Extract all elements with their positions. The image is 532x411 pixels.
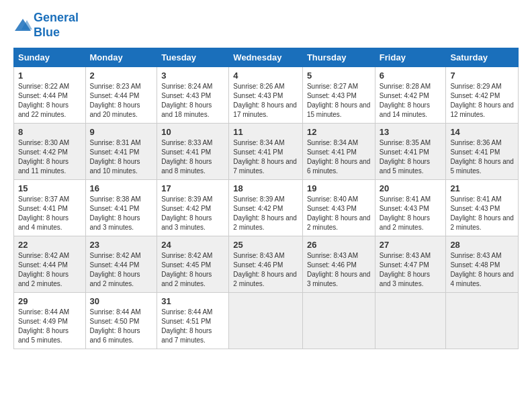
day-number: 31 xyxy=(161,296,224,306)
day-info: Sunrise: 8:27 AM Sunset: 4:43 PM Dayligh… xyxy=(307,82,371,120)
calendar-cell: 20 Sunrise: 8:41 AM Sunset: 4:43 PM Dayl… xyxy=(375,180,446,236)
day-number: 26 xyxy=(307,240,371,250)
day-info: Sunrise: 8:34 AM Sunset: 4:41 PM Dayligh… xyxy=(233,138,298,176)
calendar-cell: 31 Sunrise: 8:44 AM Sunset: 4:51 PM Dayl… xyxy=(157,293,229,349)
column-header-sunday: Sunday xyxy=(14,48,86,67)
day-number: 27 xyxy=(380,240,442,250)
day-number: 20 xyxy=(380,183,442,193)
day-info: Sunrise: 8:41 AM Sunset: 4:43 PM Dayligh… xyxy=(380,195,442,232)
day-number: 10 xyxy=(161,127,224,137)
day-info: Sunrise: 8:40 AM Sunset: 4:43 PM Dayligh… xyxy=(307,195,371,232)
calendar-cell: 9 Sunrise: 8:31 AM Sunset: 4:41 PM Dayli… xyxy=(85,124,157,180)
column-header-wednesday: Wednesday xyxy=(229,48,303,67)
day-number: 3 xyxy=(161,71,224,81)
column-header-saturday: Saturday xyxy=(446,48,519,67)
day-number: 7 xyxy=(450,71,514,81)
calendar-cell: 24 Sunrise: 8:42 AM Sunset: 4:45 PM Dayl… xyxy=(157,236,229,293)
day-number: 8 xyxy=(18,127,81,137)
day-info: Sunrise: 8:44 AM Sunset: 4:49 PM Dayligh… xyxy=(18,308,81,345)
calendar-cell: 12 Sunrise: 8:34 AM Sunset: 4:41 PM Dayl… xyxy=(302,124,375,180)
page-header: General Blue xyxy=(13,11,519,40)
calendar-cell: 17 Sunrise: 8:39 AM Sunset: 4:42 PM Dayl… xyxy=(157,180,229,236)
calendar-week-3: 15 Sunrise: 8:37 AM Sunset: 4:41 PM Dayl… xyxy=(14,180,519,236)
calendar-week-1: 1 Sunrise: 8:22 AM Sunset: 4:44 PM Dayli… xyxy=(14,67,519,124)
calendar-cell: 3 Sunrise: 8:24 AM Sunset: 4:43 PM Dayli… xyxy=(157,67,229,124)
column-header-thursday: Thursday xyxy=(302,48,375,67)
day-info: Sunrise: 8:31 AM Sunset: 4:41 PM Dayligh… xyxy=(90,138,153,176)
day-number: 1 xyxy=(18,71,81,81)
day-info: Sunrise: 8:24 AM Sunset: 4:43 PM Dayligh… xyxy=(161,82,224,120)
column-header-monday: Monday xyxy=(85,48,157,67)
day-info: Sunrise: 8:39 AM Sunset: 4:42 PM Dayligh… xyxy=(161,195,224,232)
calendar-week-2: 8 Sunrise: 8:30 AM Sunset: 4:42 PM Dayli… xyxy=(14,124,519,180)
calendar-cell: 2 Sunrise: 8:23 AM Sunset: 4:44 PM Dayli… xyxy=(85,67,157,124)
calendar-cell: 19 Sunrise: 8:40 AM Sunset: 4:43 PM Dayl… xyxy=(302,180,375,236)
calendar-table: SundayMondayTuesdayWednesdayThursdayFrid… xyxy=(13,48,519,349)
calendar-cell: 18 Sunrise: 8:39 AM Sunset: 4:42 PM Dayl… xyxy=(229,180,303,236)
day-number: 23 xyxy=(90,240,153,250)
day-number: 15 xyxy=(18,183,81,193)
day-info: Sunrise: 8:43 AM Sunset: 4:47 PM Dayligh… xyxy=(380,251,442,289)
day-info: Sunrise: 8:36 AM Sunset: 4:41 PM Dayligh… xyxy=(450,138,514,176)
day-number: 30 xyxy=(90,296,153,306)
calendar-cell: 11 Sunrise: 8:34 AM Sunset: 4:41 PM Dayl… xyxy=(229,124,303,180)
day-info: Sunrise: 8:30 AM Sunset: 4:42 PM Dayligh… xyxy=(18,138,81,176)
day-info: Sunrise: 8:44 AM Sunset: 4:50 PM Dayligh… xyxy=(90,308,153,345)
column-header-friday: Friday xyxy=(375,48,446,67)
day-number: 12 xyxy=(307,127,371,137)
calendar-cell: 25 Sunrise: 8:43 AM Sunset: 4:46 PM Dayl… xyxy=(229,236,303,293)
day-info: Sunrise: 8:42 AM Sunset: 4:45 PM Dayligh… xyxy=(161,251,224,289)
day-info: Sunrise: 8:28 AM Sunset: 4:42 PM Dayligh… xyxy=(380,82,442,120)
day-number: 22 xyxy=(18,240,81,250)
day-number: 16 xyxy=(90,183,153,193)
calendar-cell: 23 Sunrise: 8:42 AM Sunset: 4:44 PM Dayl… xyxy=(85,236,157,293)
calendar-cell: 4 Sunrise: 8:26 AM Sunset: 4:43 PM Dayli… xyxy=(229,67,303,124)
day-info: Sunrise: 8:42 AM Sunset: 4:44 PM Dayligh… xyxy=(18,251,81,289)
day-info: Sunrise: 8:39 AM Sunset: 4:42 PM Dayligh… xyxy=(233,195,298,232)
day-info: Sunrise: 8:43 AM Sunset: 4:46 PM Dayligh… xyxy=(307,251,371,289)
calendar-cell: 22 Sunrise: 8:42 AM Sunset: 4:44 PM Dayl… xyxy=(14,236,86,293)
logo: General Blue xyxy=(13,11,79,40)
day-info: Sunrise: 8:22 AM Sunset: 4:44 PM Dayligh… xyxy=(18,82,81,120)
day-number: 2 xyxy=(90,71,153,81)
day-info: Sunrise: 8:43 AM Sunset: 4:48 PM Dayligh… xyxy=(450,251,514,289)
calendar-cell xyxy=(375,293,446,349)
day-info: Sunrise: 8:26 AM Sunset: 4:43 PM Dayligh… xyxy=(233,82,298,120)
day-info: Sunrise: 8:33 AM Sunset: 4:41 PM Dayligh… xyxy=(161,138,224,176)
calendar-cell: 27 Sunrise: 8:43 AM Sunset: 4:47 PM Dayl… xyxy=(375,236,446,293)
logo-icon xyxy=(13,17,32,34)
calendar-cell: 5 Sunrise: 8:27 AM Sunset: 4:43 PM Dayli… xyxy=(302,67,375,124)
day-number: 13 xyxy=(380,127,442,137)
calendar-cell: 6 Sunrise: 8:28 AM Sunset: 4:42 PM Dayli… xyxy=(375,67,446,124)
calendar-cell: 21 Sunrise: 8:41 AM Sunset: 4:43 PM Dayl… xyxy=(446,180,519,236)
calendar-cell: 28 Sunrise: 8:43 AM Sunset: 4:48 PM Dayl… xyxy=(446,236,519,293)
day-number: 29 xyxy=(18,296,81,306)
day-number: 5 xyxy=(307,71,371,81)
day-number: 25 xyxy=(233,240,298,250)
day-number: 18 xyxy=(233,183,298,193)
calendar-cell: 15 Sunrise: 8:37 AM Sunset: 4:41 PM Dayl… xyxy=(14,180,86,236)
day-number: 14 xyxy=(450,127,514,137)
day-number: 19 xyxy=(307,183,371,193)
calendar-cell xyxy=(229,293,303,349)
calendar-week-4: 22 Sunrise: 8:42 AM Sunset: 4:44 PM Dayl… xyxy=(14,236,519,293)
calendar-cell: 14 Sunrise: 8:36 AM Sunset: 4:41 PM Dayl… xyxy=(446,124,519,180)
day-number: 28 xyxy=(450,240,514,250)
calendar-cell: 13 Sunrise: 8:35 AM Sunset: 4:41 PM Dayl… xyxy=(375,124,446,180)
day-info: Sunrise: 8:34 AM Sunset: 4:41 PM Dayligh… xyxy=(307,138,371,176)
calendar-header-row: SundayMondayTuesdayWednesdayThursdayFrid… xyxy=(14,48,519,67)
day-number: 9 xyxy=(90,127,153,137)
day-info: Sunrise: 8:41 AM Sunset: 4:43 PM Dayligh… xyxy=(450,195,514,232)
logo-text: General Blue xyxy=(34,11,79,40)
calendar-cell: 26 Sunrise: 8:43 AM Sunset: 4:46 PM Dayl… xyxy=(302,236,375,293)
day-number: 24 xyxy=(161,240,224,250)
calendar-cell: 7 Sunrise: 8:29 AM Sunset: 4:42 PM Dayli… xyxy=(446,67,519,124)
day-info: Sunrise: 8:42 AM Sunset: 4:44 PM Dayligh… xyxy=(90,251,153,289)
day-info: Sunrise: 8:29 AM Sunset: 4:42 PM Dayligh… xyxy=(450,82,514,120)
day-number: 11 xyxy=(233,127,298,137)
day-number: 21 xyxy=(450,183,514,193)
day-number: 6 xyxy=(380,71,442,81)
day-info: Sunrise: 8:44 AM Sunset: 4:51 PM Dayligh… xyxy=(161,308,224,345)
calendar-week-5: 29 Sunrise: 8:44 AM Sunset: 4:49 PM Dayl… xyxy=(14,293,519,349)
calendar-cell: 1 Sunrise: 8:22 AM Sunset: 4:44 PM Dayli… xyxy=(14,67,86,124)
